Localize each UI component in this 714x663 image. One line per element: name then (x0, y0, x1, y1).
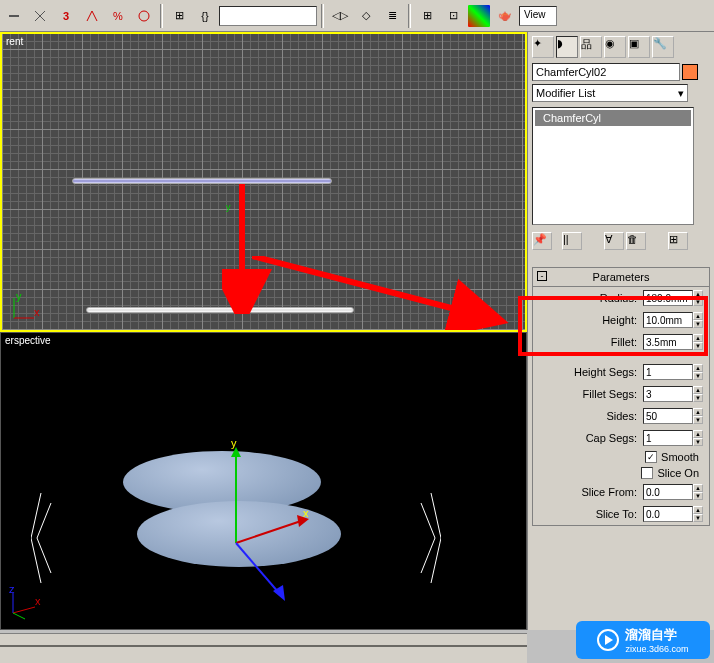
rollout-header[interactable]: - Parameters (533, 268, 709, 287)
separator (160, 4, 163, 28)
stack-item[interactable]: ChamferCyl (535, 110, 691, 126)
height-spinner[interactable]: ▲▼ (693, 312, 703, 328)
sliceon-label: Slice On (657, 467, 699, 479)
curve-editor-icon[interactable]: ⊞ (415, 4, 439, 28)
align-icon[interactable]: ◇ (354, 4, 378, 28)
svg-line-11 (13, 607, 35, 613)
fillet-spinner[interactable]: ▲▼ (693, 334, 703, 350)
sliceto-label: Slice To: (596, 508, 637, 520)
radius-spinner[interactable]: ▲▼ (693, 290, 703, 306)
object-top-1[interactable] (72, 178, 332, 184)
sliceto-input[interactable] (643, 506, 693, 522)
object-top-2[interactable] (86, 307, 354, 313)
viewport-label: erspective (5, 335, 51, 346)
separator (408, 4, 411, 28)
pin-stack-icon[interactable]: 📌 (532, 232, 552, 250)
named-sel-icon[interactable]: ⊞ (167, 4, 191, 28)
selection-set-dropdown[interactable] (219, 6, 317, 26)
mirror-icon[interactable]: {} (193, 4, 217, 28)
percent-snap-icon[interactable]: % (106, 4, 130, 28)
modifier-list-dropdown[interactable]: Modifier List▾ (532, 84, 688, 102)
axis-gizmo-bl: zx (9, 587, 43, 621)
radius-input[interactable] (643, 290, 693, 306)
capsegs-input[interactable] (643, 430, 693, 446)
remove-mod-icon[interactable]: 🗑 (626, 232, 646, 250)
sliceon-checkbox[interactable] (641, 467, 653, 479)
smooth-label: Smooth (661, 451, 699, 463)
collapse-icon[interactable]: - (537, 271, 547, 281)
watermark-text1: 溜溜自学 (625, 626, 688, 644)
material-editor-icon[interactable] (467, 4, 491, 28)
spinner-snap-icon[interactable] (132, 4, 156, 28)
make-unique-icon[interactable]: ∀ (604, 232, 624, 250)
fillet-input[interactable] (643, 334, 693, 350)
object-name-input[interactable] (532, 63, 680, 81)
mirror-tool-icon[interactable]: ◁▷ (328, 4, 352, 28)
watermark-text2: zixue.3d66.com (625, 644, 688, 654)
heightsegs-input[interactable] (643, 364, 693, 380)
watermark: 溜溜自学zixue.3d66.com (576, 621, 710, 659)
timeline[interactable]: /*ticks*/ (0, 633, 527, 663)
main-toolbar: 3 % ⊞ {} ◁▷ ◇ ≣ ⊞ ⊡ 🫖 View (0, 0, 714, 32)
hierarchy-tab-icon[interactable]: 品 (580, 36, 602, 58)
height-label: Height: (602, 314, 637, 326)
show-end-icon[interactable]: || (562, 232, 582, 250)
parameters-rollout: - Parameters Radius:▲▼ Height:▲▼ Fillet:… (532, 267, 710, 526)
svg-point-0 (139, 11, 149, 21)
modifier-stack[interactable]: ChamferCyl (532, 107, 694, 225)
panel-tabs: ✦ ◗ 品 ◉ ▣ 🔧 (532, 36, 710, 60)
svg-text:x: x (34, 306, 40, 318)
sides-spinner[interactable]: ▲▼ (693, 408, 703, 424)
filletsegs-input[interactable] (643, 386, 693, 402)
viewports: rent y yx erspective yx zx (0, 32, 527, 630)
capsegs-spinner[interactable]: ▲▼ (693, 430, 703, 446)
chevron-down-icon: ▾ (678, 87, 684, 100)
modifier-list-label: Modifier List (536, 87, 595, 99)
separator (321, 4, 324, 28)
play-icon (597, 629, 619, 651)
command-panel: ✦ ◗ 品 ◉ ▣ 🔧 Modifier List▾ ChamferCyl 📌 … (527, 32, 714, 630)
sides-label: Sides: (606, 410, 637, 422)
snap-toggle-icon[interactable]: 3 (54, 4, 78, 28)
slicefrom-input[interactable] (643, 484, 693, 500)
heightsegs-spinner[interactable]: ▲▼ (693, 364, 703, 380)
heightsegs-label: Height Segs: (574, 366, 637, 378)
smooth-checkbox[interactable]: ✓ (645, 451, 657, 463)
height-input[interactable] (643, 312, 693, 328)
rollout-title: Parameters (593, 271, 650, 283)
stack-buttons: 📌 || ∀ 🗑 ⊞ (532, 232, 710, 250)
unlink-icon[interactable] (28, 4, 52, 28)
schematic-icon[interactable]: ⊡ (441, 4, 465, 28)
axis-y-icon: y (226, 202, 231, 212)
svg-text:x: x (35, 595, 41, 607)
angle-snap-icon[interactable] (80, 4, 104, 28)
svg-text:y: y (16, 292, 22, 302)
filletsegs-label: Fillet Segs: (583, 388, 637, 400)
radius-label: Radius: (600, 292, 637, 304)
layers-icon[interactable]: ≣ (380, 4, 404, 28)
persp-brackets (31, 493, 441, 583)
viewport-perspective[interactable]: erspective yx zx (0, 332, 527, 630)
slicefrom-spinner[interactable]: ▲▼ (693, 484, 703, 500)
modify-tab-icon[interactable]: ◗ (556, 36, 578, 58)
render-setup-icon[interactable]: 🫖 (493, 4, 517, 28)
sliceto-spinner[interactable]: ▲▼ (693, 506, 703, 522)
viewport-top[interactable]: rent y yx (0, 32, 527, 332)
svg-line-12 (13, 613, 25, 619)
fillet-label: Fillet: (611, 336, 637, 348)
display-tab-icon[interactable]: ▣ (628, 36, 650, 58)
object-color-swatch[interactable] (682, 64, 698, 80)
link-icon[interactable] (2, 4, 26, 28)
viewport-label: rent (6, 36, 23, 47)
configure-icon[interactable]: ⊞ (668, 232, 688, 250)
motion-tab-icon[interactable]: ◉ (604, 36, 626, 58)
view-label[interactable]: View (519, 6, 557, 26)
create-tab-icon[interactable]: ✦ (532, 36, 554, 58)
main-area: rent y yx erspective yx zx ✦ ◗ 品 (0, 32, 714, 630)
slicefrom-label: Slice From: (581, 486, 637, 498)
svg-text:y: y (231, 437, 237, 449)
filletsegs-spinner[interactable]: ▲▼ (693, 386, 703, 402)
svg-text:z: z (9, 587, 15, 595)
utilities-tab-icon[interactable]: 🔧 (652, 36, 674, 58)
sides-input[interactable] (643, 408, 693, 424)
